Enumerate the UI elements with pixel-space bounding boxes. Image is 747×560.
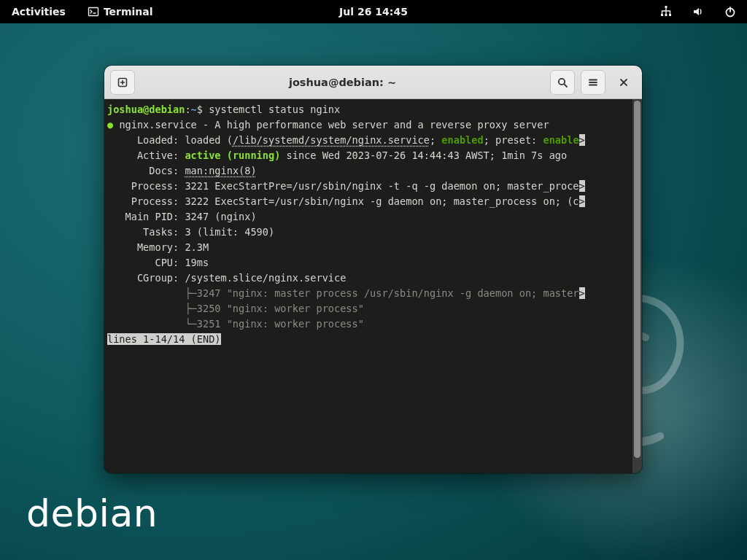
- svg-rect-0: [88, 8, 98, 16]
- service-bullet-icon: ●: [107, 119, 119, 131]
- terminal-icon: [88, 6, 99, 18]
- prompt-command: systemctl status nginx: [209, 104, 340, 115]
- truncation-marker-icon: >: [579, 287, 585, 299]
- clock-button[interactable]: Jul 26 14:45: [335, 3, 412, 20]
- enabled-2: enable: [543, 134, 578, 146]
- activities-label: Activities: [12, 6, 66, 18]
- search-button[interactable]: [550, 70, 575, 95]
- scrollbar-thumb[interactable]: [634, 101, 640, 458]
- volume-status-icon[interactable]: [689, 2, 708, 21]
- active-label: Active:: [107, 149, 185, 161]
- window-title: joshua@debian: ~: [141, 77, 544, 88]
- new-tab-button[interactable]: [110, 70, 135, 95]
- truncation-marker-icon: >: [579, 195, 585, 207]
- loaded-unit-path: /lib/systemd/system/nginx.service: [233, 134, 430, 146]
- cgroup-tree-2: ├─3250 "nginx: worker process": [107, 303, 364, 314]
- cpu: CPU: 19ms: [107, 257, 209, 268]
- network-status-icon[interactable]: [657, 2, 676, 21]
- window-titlebar[interactable]: joshua@debian: ~: [104, 66, 642, 99]
- service-name: nginx.service - A high performance web s…: [119, 119, 549, 131]
- active-tail: since Wed 2023-07-26 14:44:43 AWST; 1min…: [280, 149, 567, 161]
- svg-rect-1: [665, 6, 667, 8]
- process-1: Process: 3221 ExecStartPre=/usr/sbin/ngi…: [107, 180, 579, 192]
- svg-rect-4: [669, 14, 671, 16]
- prompt-sep: :: [185, 104, 190, 115]
- activities-button[interactable]: Activities: [7, 3, 70, 20]
- loaded-text-b: ;: [430, 134, 441, 146]
- gnome-topbar: Activities Terminal Jul 26 14:45: [0, 0, 747, 23]
- process-2: Process: 3222 ExecStart=/usr/sbin/nginx …: [107, 195, 579, 207]
- terminal-scrollbar[interactable]: [632, 99, 642, 473]
- cgroup: CGroup: /system.slice/nginx.service: [107, 272, 346, 284]
- close-button[interactable]: [611, 70, 636, 95]
- svg-rect-2: [661, 14, 663, 16]
- loaded-text-a: loaded (: [185, 134, 232, 146]
- docs-label: Docs:: [107, 165, 185, 176]
- loaded-text-c: ; preset:: [484, 134, 543, 146]
- docs-link: man:nginx(8): [185, 165, 256, 176]
- debian-wordmark: debian: [26, 491, 158, 535]
- loaded-label: Loaded:: [107, 134, 185, 146]
- svg-rect-3: [665, 14, 667, 16]
- pager-status: lines 1-14/14 (END): [107, 333, 221, 345]
- terminal-output[interactable]: joshua@debian:~$ systemctl status nginx …: [104, 99, 632, 473]
- tasks: Tasks: 3 (limit: 4590): [107, 226, 274, 238]
- clock-label: Jul 26 14:45: [339, 6, 408, 18]
- memory: Memory: 2.3M: [107, 241, 209, 253]
- enabled-1: enabled: [441, 134, 483, 146]
- cgroup-tree-1: ├─3247 "nginx: master process /usr/sbin/…: [107, 287, 579, 299]
- truncation-marker-icon: >: [579, 180, 585, 192]
- active-state: active (running): [185, 149, 280, 161]
- prompt-cwd: ~: [191, 104, 197, 115]
- hamburger-menu-button[interactable]: [581, 70, 605, 95]
- prompt-userhost: joshua@debian: [107, 104, 185, 115]
- prompt-sigil: $: [197, 104, 209, 115]
- power-status-icon[interactable]: [721, 2, 740, 21]
- truncation-marker-icon: >: [579, 134, 585, 146]
- terminal-window: joshua@debian: ~ joshua@debian:~$ syste: [104, 66, 642, 473]
- cgroup-tree-3: └─3251 "nginx: worker process": [107, 318, 364, 330]
- main-pid: Main PID: 3247 (nginx): [107, 211, 257, 222]
- app-menu-label: Terminal: [104, 6, 153, 18]
- app-menu-button[interactable]: Terminal: [83, 3, 158, 20]
